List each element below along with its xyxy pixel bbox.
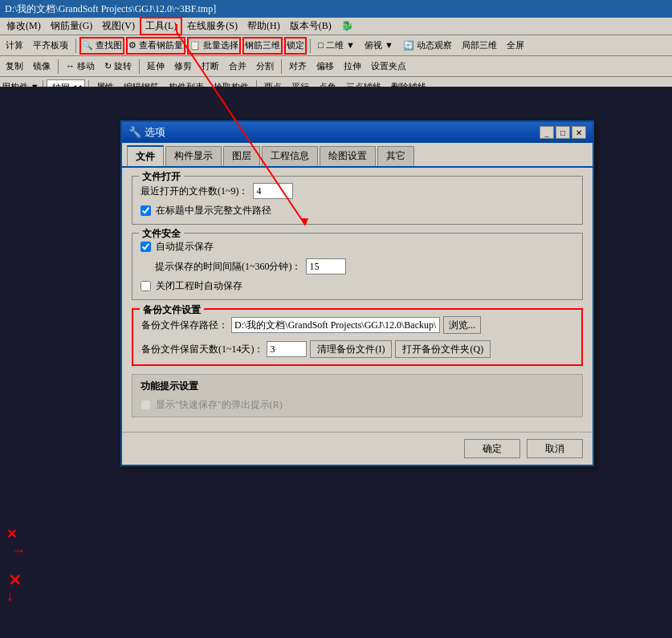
save-interval-label: 提示保存的时间间隔(1~360分钟)：	[155, 260, 301, 274]
quick-save-hint-checkbox[interactable]	[141, 400, 151, 410]
window-title: D:\我的文档\GrandSoft Projects\GGJ\12.0\~3BF…	[5, 2, 216, 16]
toolbar-calc[interactable]: 计算	[2, 37, 27, 55]
section-file-security-title: 文件安全	[139, 227, 184, 241]
toolbar-2d[interactable]: □ 二维 ▼	[314, 37, 359, 55]
dialog-footer: 确定 取消	[122, 432, 593, 465]
toolbar-local3d[interactable]: 局部三维	[458, 37, 501, 55]
tab-drawing[interactable]: 绘图设置	[320, 146, 376, 166]
backup-days-row: 备份文件保留天数(1~14天)： 清理备份文件(I) 打开备份文件夹(Q)	[141, 340, 573, 358]
toolbar-topview[interactable]: 俯视 ▼	[360, 37, 397, 55]
toolbar-dynamic[interactable]: 🔄 动态观察	[399, 37, 456, 55]
section-file-open-title: 文件打开	[139, 170, 184, 184]
menu-bar: 修改(M) 钢筋量(G) 视图(V) 工具(L) 在线服务(S) 帮助(H) 版…	[0, 18, 672, 35]
close-autosave-label: 关闭工程时自动保存	[156, 279, 242, 293]
autosave-label: 自动提示保存	[156, 240, 214, 254]
toolbar-split[interactable]: 分割	[252, 58, 278, 75]
annotation-x: ✕	[8, 571, 22, 590]
maximize-button[interactable]: □	[556, 126, 570, 139]
recent-files-row: 最近打开的文件数(1~9)：	[141, 183, 574, 199]
backup-path-row: 备份文件保存路径： 浏览...	[141, 316, 573, 334]
toolbar-lock[interactable]: 锁定	[284, 37, 307, 55]
red-arrow-mark: →	[11, 543, 26, 559]
dialog-title-text: 选项	[145, 125, 540, 140]
tab-file[interactable]: 文件	[127, 145, 164, 166]
dialog-tabs: 文件 构件显示 图层 工程信息 绘图设置 其它	[122, 143, 593, 168]
toolbar-row-2: 复制 镜像 ↔ 移动 ↻ 旋转 延伸 修剪 打断 合并 分割 对齐 偏移 拉伸 …	[0, 56, 672, 77]
toolbar-findmap[interactable]: 🔍 查找图	[79, 37, 124, 55]
clean-backup-button[interactable]: 清理备份文件(I)	[310, 340, 392, 358]
tab-other[interactable]: 其它	[377, 146, 414, 166]
toolbar-move[interactable]: ↔ 移动	[62, 58, 99, 75]
minimize-button[interactable]: _	[540, 126, 554, 139]
menu-item-online[interactable]: 在线服务(S)	[182, 18, 242, 35]
toolbar-rebar-3d[interactable]: 钢筋三维	[242, 37, 283, 55]
toolbar-fullscreen[interactable]: 全屏	[503, 37, 528, 55]
dialog-title-bar: 🔧 选项 _ □ ✕	[122, 122, 593, 143]
recent-files-input[interactable]	[253, 183, 293, 199]
show-fullpath-row: 在标题中显示完整文件路径	[141, 204, 574, 217]
backup-days-label: 备份文件保留天数(1~14天)：	[141, 343, 263, 356]
menu-item-view[interactable]: 视图(V)	[97, 18, 140, 35]
toolbar-rotate[interactable]: ↻ 旋转	[100, 58, 136, 75]
menu-item-help[interactable]: 帮助(H)	[242, 18, 285, 35]
open-backup-folder-button[interactable]: 打开备份文件夹(Q)	[395, 340, 491, 358]
close-button[interactable]: ✕	[572, 126, 586, 139]
save-interval-row: 提示保存的时间间隔(1~360分钟)：	[141, 258, 574, 274]
menu-item-tools[interactable]: 工具(L)	[140, 17, 182, 35]
section-file-open: 文件打开 最近打开的文件数(1~9)： 在标题中显示完整文件路径	[132, 176, 583, 225]
dialog-options: 🔧 选项 _ □ ✕ 文件 构件显示 图层 工程信息 绘图设置 其它 文件打开 …	[120, 120, 594, 466]
close-autosave-checkbox[interactable]	[141, 281, 151, 291]
show-fullpath-label: 在标题中显示完整文件路径	[156, 204, 271, 217]
cancel-button[interactable]: 取消	[527, 439, 583, 458]
section-hint: 功能提示设置 显示"快速保存"的弹出提示(R)	[132, 374, 583, 417]
quick-save-hint-label: 显示"快速保存"的弹出提示(R)	[156, 398, 283, 412]
toolbar-merge[interactable]: 合并	[225, 58, 250, 75]
section-backup: 备份文件设置 备份文件保存路径： 浏览... 备份文件保留天数(1~14天)： …	[132, 308, 583, 366]
dialog-title-buttons: _ □ ✕	[540, 126, 586, 139]
toolbar-row-1: 计算 平齐板项 🔍 查找图 ⚙ 查看钢筋量 📋 批量选择 钢筋三维 锁定 □ 二…	[0, 35, 672, 56]
toolbar-extend[interactable]: 延伸	[143, 58, 169, 75]
menu-item-icon: 🐉	[336, 18, 358, 34]
toolbar-offset[interactable]: 偏移	[312, 58, 338, 75]
toolbar-mirror[interactable]: 镜像	[29, 58, 55, 75]
recent-files-label: 最近打开的文件数(1~9)：	[141, 185, 248, 198]
dialog-title-icon: 🔧	[128, 126, 141, 139]
toolbar-setgrip[interactable]: 设置夹点	[367, 58, 410, 75]
backup-days-input[interactable]	[267, 341, 307, 357]
toolbar-batch-select[interactable]: 📋 批量选择	[187, 37, 241, 55]
section-file-security: 文件安全 自动提示保存 提示保存的时间间隔(1~360分钟)： 关闭工程时自动保…	[132, 233, 583, 300]
menu-item-edit[interactable]: 修改(M)	[2, 18, 46, 35]
toolbar-flatplate[interactable]: 平齐板项	[29, 37, 72, 55]
toolbar-rebar-qty[interactable]: ⚙ 查看钢筋量	[126, 37, 185, 55]
title-bar: D:\我的文档\GrandSoft Projects\GGJ\12.0\~3BF…	[0, 0, 672, 18]
hint-section-title: 功能提示设置	[141, 380, 574, 393]
annotation-arrow: ↑	[6, 589, 14, 606]
close-autosave-row: 关闭工程时自动保存	[141, 279, 574, 293]
ok-button[interactable]: 确定	[464, 439, 520, 458]
autosave-row: 自动提示保存	[141, 240, 574, 254]
toolbar-trim[interactable]: 修剪	[170, 58, 196, 75]
dialog-body: 文件打开 最近打开的文件数(1~9)： 在标题中显示完整文件路径 文件安全 自动…	[122, 168, 593, 432]
menu-item-version[interactable]: 版本号(B)	[285, 18, 336, 35]
backup-path-label: 备份文件保存路径：	[141, 319, 228, 332]
toolbar-align[interactable]: 对齐	[285, 58, 311, 75]
backup-path-input[interactable]	[231, 317, 440, 333]
save-interval-input[interactable]	[306, 258, 346, 274]
menu-item-rebar[interactable]: 钢筋量(G)	[46, 18, 98, 35]
section-backup-title: 备份文件设置	[140, 303, 204, 317]
show-fullpath-checkbox[interactable]	[141, 205, 151, 216]
toolbar-break[interactable]: 打断	[198, 58, 223, 75]
autosave-checkbox[interactable]	[141, 242, 151, 252]
tab-display[interactable]: 构件显示	[165, 146, 222, 166]
quick-save-hint-row: 显示"快速保存"的弹出提示(R)	[141, 398, 574, 412]
tab-project[interactable]: 工程信息	[262, 146, 318, 166]
red-x-mark: ✕	[6, 526, 17, 542]
toolbar-copy[interactable]: 复制	[2, 58, 27, 75]
browse-button[interactable]: 浏览...	[443, 316, 481, 334]
tab-layer[interactable]: 图层	[223, 146, 260, 166]
toolbar-stretch[interactable]: 拉伸	[340, 58, 365, 75]
